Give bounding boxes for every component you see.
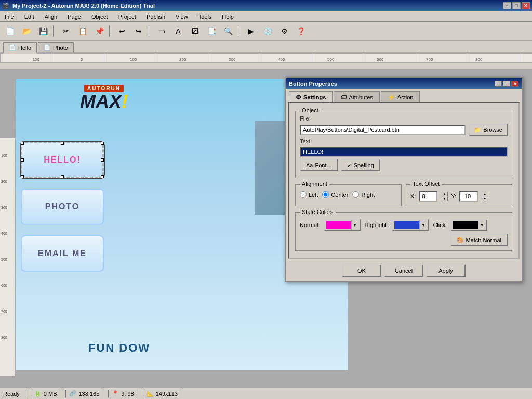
normal-color-swatch [326,221,351,229]
dialog-tab-action[interactable]: ⚡ Action [381,91,420,102]
file-label: File: [300,115,315,122]
align-right-radio[interactable] [352,191,359,198]
highlight-color-label: Highlight: [365,222,389,228]
settings-button[interactable]: ⚙ [276,24,292,38]
undo-button[interactable]: ↩ [114,24,130,38]
text-input[interactable] [300,147,508,157]
menu-page[interactable]: Page [65,12,84,21]
ruler-vertical: 100 200 300 400 500 600 700 800 [0,138,16,376]
maximize-button[interactable]: □ [512,2,521,9]
action-tab-icon: ⚡ [388,94,395,101]
sel-handle-tm [61,142,64,145]
menu-publish[interactable]: Publish [144,12,168,21]
dialog-tab-settings[interactable]: ⚙ Settings [289,91,332,102]
menu-object[interactable]: Object [89,12,111,21]
status-position: 📍 9, 98 [108,390,137,398]
cancel-label: Cancel [395,268,413,274]
dialog-maximize-button[interactable]: □ [503,81,510,87]
normal-color-dropdown[interactable]: ▼ [351,220,358,230]
redo-button[interactable]: ↪ [131,24,147,38]
new-button[interactable]: 📄 [2,24,18,38]
copy-button[interactable]: 📋 [75,24,90,38]
match-normal-button[interactable]: 🎨 Match Normal [450,234,508,246]
offset-x-down[interactable]: ▼ [441,196,448,201]
burn-button[interactable]: 💿 [260,24,275,38]
run-button[interactable]: ▶ [243,24,259,38]
browse-button[interactable]: 📁 Browse [469,124,508,136]
align-offset-row: Alignment Left Center Right [295,181,512,209]
status-memory: 🔋 0 MB [31,390,61,398]
click-color-dropdown[interactable]: ▼ [478,220,485,230]
paste-button[interactable]: 📌 [91,24,107,38]
apply-label: Apply [438,268,453,274]
image-button[interactable]: 🖼 [187,24,203,38]
offset-x-up[interactable]: ▲ [441,192,448,196]
highlight-color-button[interactable]: ▼ [392,219,429,231]
dialog-close-button[interactable]: ✕ [511,81,518,87]
ruler-marks: -100 0 100 200 300 400 500 600 700 800 [0,54,532,62]
menu-help[interactable]: Help [219,12,236,21]
dialog-title-text: Button Properties [289,81,337,87]
font-button[interactable]: Aa Font... [300,159,338,171]
sel-handle-br [101,175,104,178]
offset-y-up[interactable]: ▲ [481,192,488,196]
normal-color-button[interactable]: ▼ [324,219,361,231]
cut-button[interactable]: ✂ [58,24,74,38]
highlight-color-swatch [394,221,419,229]
dialog-tab-attributes[interactable]: 🏷 Attributes [334,91,379,102]
file-input[interactable] [300,125,466,135]
offset-y-down[interactable]: ▼ [481,196,488,201]
ok-label: OK [357,268,366,274]
spelling-button[interactable]: ✓ Spelling [341,159,380,171]
position-icon: 📍 [112,390,119,397]
hello-button-canvas[interactable]: HELLO! [21,142,104,178]
menu-project[interactable]: Project [116,12,139,21]
text-offset-group: Text Offset X: ▲ ▼ Y: ▲ ▼ [406,184,512,206]
offset-y-input[interactable] [459,191,478,202]
tab-hello[interactable]: 📄 Hello [3,42,37,54]
click-color-button[interactable]: ▼ [451,219,487,231]
object-button[interactable]: ▭ [154,24,169,38]
state-colors-group: State Colors Normal: ▼ Highlight: ▼ Clic… [295,212,512,251]
ok-button[interactable]: OK [342,264,381,277]
dialog-tabs: ⚙ Settings 🏷 Attributes ⚡ Action [286,89,522,102]
menu-align[interactable]: Align [42,12,60,21]
tab-photo-icon: 📄 [44,44,51,51]
align-center-radio[interactable] [322,191,329,198]
email-button-canvas[interactable]: EMAIL ME [21,235,104,272]
open-button[interactable]: 📂 [19,24,34,38]
menu-view[interactable]: View [173,12,191,21]
sel-handle-ml [21,158,24,162]
object-group: Object File: 📁 Browse Text: Aa Font [295,111,512,178]
offset-x-input[interactable] [419,191,437,202]
text-offset-label: Text Offset [410,181,442,187]
zoom-button[interactable]: 🔍 [220,24,236,38]
ruler-horizontal: -100 0 100 200 300 400 500 600 700 800 [0,54,532,63]
dialog-footer: OK Cancel Apply [286,262,522,281]
save-button[interactable]: 💾 [35,24,51,38]
help-btn-tb[interactable]: ❓ [293,24,309,38]
highlight-color-dropdown[interactable]: ▼ [419,220,427,230]
align-left-radio[interactable] [300,191,307,198]
status-size: 📐 149x113 [143,390,181,398]
font-icon: Aa [306,162,313,168]
dialog-minimize-button[interactable]: − [495,81,502,87]
menu-tools[interactable]: Tools [196,12,215,21]
align-right-label: Right [361,192,375,198]
align-right: Right [352,191,375,198]
apply-button[interactable]: Apply [427,264,466,277]
menu-edit[interactable]: Edit [22,12,37,21]
cancel-button[interactable]: Cancel [384,264,423,277]
minimize-button[interactable]: − [503,2,511,9]
status-sep-1 [25,390,25,397]
page-button[interactable]: 📑 [204,24,219,38]
text-button[interactable]: A [170,24,186,38]
click-color-label: Click: [433,222,447,228]
photo-button-canvas[interactable]: PHOTO [21,189,104,225]
close-button[interactable]: ✕ [522,2,530,9]
tab-photo[interactable]: 📄 Photo [38,42,74,52]
menu-file[interactable]: File [2,12,17,21]
align-center: Center [322,191,348,198]
memory-value: 0 MB [44,391,57,397]
hello-button-label: HELLO! [44,155,81,165]
